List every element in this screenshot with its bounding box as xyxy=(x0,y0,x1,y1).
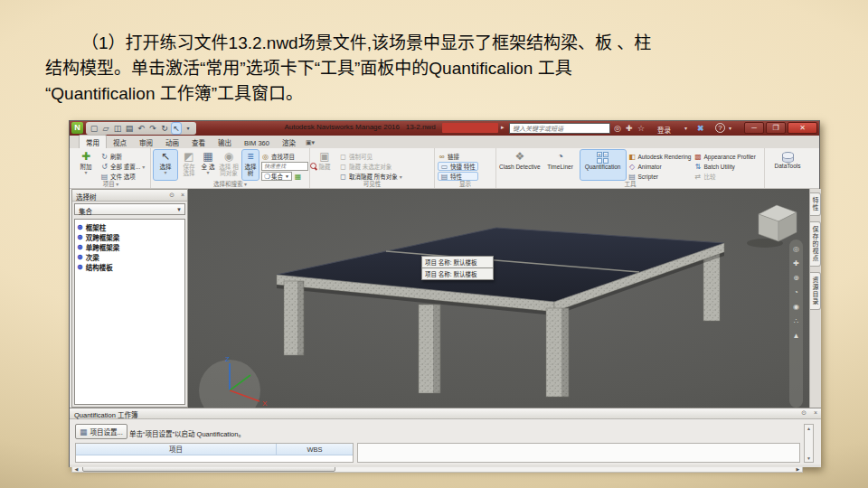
select-tool-icon[interactable]: ↖ xyxy=(172,123,181,134)
open-file-icon[interactable]: ▱ xyxy=(101,123,110,134)
quick-properties-button[interactable]: ▭ 快捷 特性 xyxy=(438,162,478,171)
qat-dropdown-icon[interactable]: ▾ xyxy=(184,123,193,134)
help-dropdown-icon[interactable]: ▾ xyxy=(729,123,731,134)
search-binoculars-icon[interactable]: ◎ xyxy=(614,123,621,134)
set-icon: ⊛ xyxy=(77,263,83,271)
selection-tree-button[interactable]: ≡ 选择 树 xyxy=(242,150,259,180)
tree-item[interactable]: ⊛ 结构楼板 xyxy=(77,262,183,272)
title-bar[interactable]: N ▢ ▱ ◫ ▤ ↶ ↷ ↻ ↖ ▾ Autodesk Navisworks … xyxy=(70,121,819,136)
links-button[interactable]: ∞ 链接 xyxy=(438,152,478,161)
select-arrow-icon[interactable]: ▲ xyxy=(793,332,800,340)
signin-dropdown-icon[interactable]: ▾ xyxy=(684,123,687,134)
minimize-button[interactable]: ─ xyxy=(744,122,764,134)
viewcube[interactable] xyxy=(747,205,797,248)
set-icon: ⊛ xyxy=(77,223,83,231)
tab-view[interactable]: 查看 xyxy=(185,136,212,148)
search-input[interactable] xyxy=(509,123,610,134)
scroll-up-icon[interactable]: ▲ xyxy=(805,426,813,431)
tab-viewpoint[interactable]: 视点 xyxy=(107,136,133,148)
panel-close-icon[interactable]: × xyxy=(814,409,817,416)
walk-icon[interactable]: ∴ xyxy=(794,317,798,325)
save-selection-icon: ◩ xyxy=(184,151,193,164)
navisworks-logo-icon[interactable]: N xyxy=(71,122,83,134)
group-label-select-search[interactable]: 选择和搜索 xyxy=(151,180,309,188)
pin-icon[interactable]: ⊙ xyxy=(169,192,175,199)
tree-item[interactable]: ⊛ 双跨框架梁 xyxy=(77,232,183,242)
appearance-profiler-button[interactable]: ▩ Appearance Profiler xyxy=(693,152,755,161)
tab-saved-viewpoints-panel[interactable]: 保存的视点 xyxy=(810,221,821,267)
column-header-wbs[interactable]: WBS xyxy=(277,444,353,455)
workbook-header[interactable]: Quantification 工作簿 ⊙ × xyxy=(70,408,821,419)
group-label-visibility[interactable]: 可见性 xyxy=(310,180,434,188)
restore-button[interactable]: ❐ xyxy=(766,122,786,134)
look-icon[interactable]: ◉ xyxy=(793,303,799,311)
ribbon-options-icon[interactable]: ▣▾ xyxy=(306,139,315,148)
undo-icon[interactable]: ↶ xyxy=(137,123,146,134)
tab-properties-panel[interactable]: 特性 xyxy=(810,192,821,216)
tree-item[interactable]: ⊛ 框架柱 xyxy=(77,222,183,232)
quick-find-input[interactable] xyxy=(261,162,308,171)
append-button[interactable]: ✚ 附加 xyxy=(74,150,98,180)
batch-utility-button[interactable]: ⇅ Batch Utility xyxy=(693,162,755,171)
reset-all-button[interactable]: ↺ 全部 重置... xyxy=(100,162,145,171)
zoom-icon[interactable]: ⊕ xyxy=(793,274,799,282)
tab-animation[interactable]: 动画 xyxy=(159,136,185,148)
tab-review[interactable]: 审阅 xyxy=(133,136,159,148)
column-header-item[interactable]: 项目 xyxy=(76,444,277,455)
tab-home[interactable]: 常用 xyxy=(79,135,107,148)
save-selection-button[interactable]: ◩ 保存 选择 xyxy=(180,150,198,180)
navigation-bar[interactable]: ◎ ✚ ⊕ ◔ ◉ ∴ ▲ xyxy=(789,239,803,408)
tab-output[interactable]: 输出 xyxy=(212,136,238,148)
quick-access-toolbar[interactable]: ▢ ▱ ◫ ▤ ↶ ↷ ↻ ↖ ▾ xyxy=(86,122,196,135)
new-file-icon[interactable]: ▢ xyxy=(90,123,99,134)
steering-wheel-icon[interactable]: ◎ xyxy=(793,245,799,253)
refresh-icon[interactable]: ↻ xyxy=(160,123,169,134)
scroll-down-icon[interactable]: ▼ xyxy=(805,455,813,461)
require-button[interactable]: ◻ 强制可见 xyxy=(339,152,402,161)
tree-mode-dropdown[interactable]: 集合 ▼ xyxy=(74,203,185,215)
project-setup-button[interactable]: ▦ 项目设置... xyxy=(75,424,127,439)
3d-viewport[interactable]: Z X 项目 名称: 默认楼板 项目 名称: 默认楼板 ◎ ✚ ⊕ ◔ ◉ ∴ … xyxy=(188,189,809,408)
workbook-item-grid[interactable]: 项目 WBS xyxy=(75,443,354,463)
select-button[interactable]: ↖ 选择 xyxy=(154,150,177,180)
print-icon[interactable]: ▤ xyxy=(125,123,134,134)
title-collapse-icon[interactable]: ▸ xyxy=(501,124,505,131)
select-all-icon: ▦ xyxy=(203,151,212,164)
pin-icon[interactable]: ⊙ xyxy=(801,409,807,417)
timeliner-button[interactable]: ◔ TimeLiner xyxy=(543,150,578,180)
quantification-button[interactable]: Quantification xyxy=(580,150,626,180)
sign-in-label[interactable]: 登录 xyxy=(657,125,671,135)
close-button[interactable]: ✕ xyxy=(788,122,817,134)
datatools-button[interactable]: DataTools xyxy=(768,150,807,180)
workbook-detail-pane[interactable] xyxy=(357,443,800,463)
hide-unselected-button[interactable]: ◻ 隐藏 未选定对象 xyxy=(339,162,402,171)
tab-resource-catalog-panel[interactable]: 资源目录 xyxy=(810,272,821,310)
refresh-button[interactable]: ↻ 刷新 xyxy=(100,152,145,161)
animator-button[interactable]: ◇ Animator xyxy=(628,162,692,171)
select-all-button[interactable]: ▦ 全 选 xyxy=(201,150,215,180)
group-label-project[interactable]: 项目 xyxy=(71,180,150,188)
group-label-display[interactable]: 显示 xyxy=(435,180,495,188)
orbit-icon[interactable]: ◔ xyxy=(794,288,798,296)
tab-bim360[interactable]: BIM 360 xyxy=(238,137,276,148)
subscription-icon[interactable]: ✚ xyxy=(626,123,633,134)
tree-item[interactable]: ⊛ 单跨框架梁 xyxy=(77,242,183,252)
group-label-tools[interactable]: 工具 xyxy=(496,180,764,188)
clash-detective-button[interactable]: ❖ Clash Detective xyxy=(499,150,541,180)
panel-close-icon[interactable]: × xyxy=(181,192,184,198)
save-icon[interactable]: ◫ xyxy=(113,123,122,134)
pan-icon[interactable]: ✚ xyxy=(793,259,799,267)
autodesk-rendering-button[interactable]: ◧ Autodesk Rendering xyxy=(628,152,692,161)
selection-tree-header[interactable]: 选择树 ⊙ × xyxy=(72,190,187,202)
slide-caption: （1）打开练习文件13.2.nwd场景文件,该场景中显示了框架结构梁、板 、柱 … xyxy=(45,31,841,107)
tab-render[interactable]: 渲染 xyxy=(276,136,302,148)
help-icon[interactable]: ? xyxy=(715,123,725,133)
favorites-star-icon[interactable]: ☆ xyxy=(637,123,645,134)
vertical-scrollbar[interactable]: ▲ ▼ xyxy=(804,424,814,463)
hide-button[interactable]: ▣ 隐藏 xyxy=(313,150,336,180)
selection-tree-list[interactable]: ⊛ 框架柱 ⊛ 双跨框架梁 ⊛ 单跨框架梁 ⊛ 次梁 ⊛ 结构楼板 xyxy=(74,219,185,405)
exchange-apps-icon[interactable]: ✖ xyxy=(697,123,704,134)
select-same-button[interactable]: ◉ 选择 相同对象 xyxy=(218,150,240,180)
redo-icon[interactable]: ↷ xyxy=(148,123,157,134)
tree-item[interactable]: ⊛ 次梁 xyxy=(77,252,183,262)
